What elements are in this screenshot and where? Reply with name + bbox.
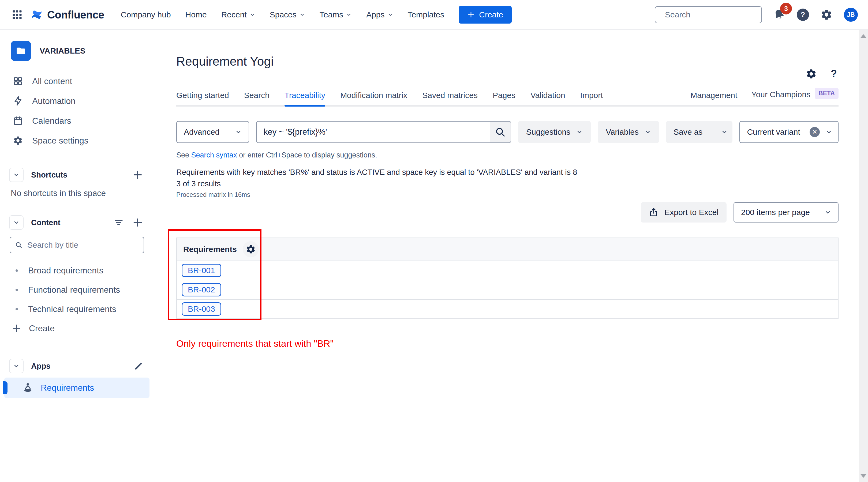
create-button[interactable]: Create [459, 6, 512, 24]
sidebar-item-all-content[interactable]: All content [0, 71, 154, 91]
global-search-input[interactable] [665, 10, 768, 19]
chevron-down-icon [576, 129, 583, 135]
content-collapse-toggle[interactable] [9, 215, 24, 230]
clear-variant-icon[interactable]: ✕ [810, 127, 820, 137]
main-content: Requirement Yogi ? Getting started Searc… [154, 30, 868, 482]
tab-bar: Getting started Search Traceability Modi… [176, 89, 839, 106]
tab-traceability[interactable]: Traceability [284, 91, 325, 105]
tab-validation[interactable]: Validation [530, 91, 565, 105]
chevron-down-icon [235, 129, 242, 135]
scroll-up-arrow-icon[interactable] [861, 34, 866, 38]
sidebar-create-page[interactable]: Create [0, 319, 154, 338]
nav-company-hub[interactable]: Company hub [121, 10, 171, 19]
bullet-icon [16, 269, 18, 272]
sidebar-item-requirements[interactable]: Requirements [4, 378, 150, 398]
sidebar-item-space-settings[interactable]: Space settings [0, 131, 154, 151]
query-input[interactable] [257, 122, 490, 142]
top-navigation-bar: Confluence Company hub Home Recent Space… [0, 0, 868, 30]
vertical-scrollbar[interactable] [859, 30, 868, 482]
requirements-column-header: Requirements [183, 245, 237, 254]
tab-saved-matrices[interactable]: Saved matrices [422, 91, 478, 105]
active-indicator [3, 381, 7, 394]
app-switcher-icon[interactable] [10, 8, 24, 22]
tab-import[interactable]: Import [580, 91, 603, 105]
chevron-down-icon [249, 12, 255, 18]
nav-apps[interactable]: Apps [366, 10, 393, 19]
nav-recent[interactable]: Recent [221, 10, 255, 19]
table-row: BR-001 [177, 261, 838, 280]
requirement-link-br-001[interactable]: BR-001 [182, 264, 221, 277]
grid-icon [13, 76, 23, 86]
page-item-technical-requirements[interactable]: Technical requirements [0, 299, 154, 319]
nav-templates[interactable]: Templates [408, 10, 444, 19]
chevron-down-icon [826, 129, 832, 135]
edit-pencil-icon[interactable] [134, 361, 143, 371]
query-summary: Requirements with key matches 'BR%' and … [176, 168, 839, 177]
requirement-link-br-002[interactable]: BR-002 [182, 283, 221, 296]
content-search-input[interactable] [27, 240, 139, 250]
plus-icon [12, 323, 22, 333]
tab-search[interactable]: Search [244, 91, 270, 105]
nav-teams[interactable]: Teams [320, 10, 352, 19]
tab-management[interactable]: Management [690, 91, 737, 105]
tab-your-champions[interactable]: Your Champions BETA [751, 89, 839, 105]
shortcuts-section-header: Shortcuts [0, 168, 154, 182]
save-as-menu-toggle[interactable] [716, 121, 733, 143]
app-settings-gear-icon[interactable] [806, 68, 817, 79]
tab-pages[interactable]: Pages [493, 91, 516, 105]
add-content-icon[interactable] [132, 217, 143, 228]
variant-select[interactable]: Current variant ✕ [739, 121, 839, 143]
settings-gear-icon[interactable] [820, 8, 833, 21]
space-name: VARIABLES [40, 46, 86, 56]
sidebar-item-calendars[interactable]: Calendars [0, 111, 154, 131]
run-search-button[interactable] [490, 122, 510, 142]
tab-modification-matrix[interactable]: Modification matrix [340, 91, 407, 105]
confluence-logo[interactable]: Confluence [30, 8, 104, 22]
nav-spaces[interactable]: Spaces [270, 10, 305, 19]
filter-icon[interactable] [114, 218, 124, 228]
search-syntax-link[interactable]: Search syntax [191, 151, 237, 159]
add-shortcut-icon[interactable] [132, 169, 143, 180]
sidebar-item-automation[interactable]: Automation [0, 91, 154, 111]
search-icon [495, 127, 505, 137]
apps-collapse-toggle[interactable] [9, 359, 24, 373]
chevron-down-icon [388, 12, 393, 18]
shortcuts-collapse-toggle[interactable] [9, 168, 24, 182]
product-name: Confluence [47, 9, 104, 21]
save-as-split-button: Save as [666, 121, 733, 143]
tab-getting-started[interactable]: Getting started [176, 91, 229, 105]
save-as-button[interactable]: Save as [666, 121, 710, 143]
shortcuts-label: Shortcuts [31, 170, 67, 180]
question-icon: ? [801, 11, 805, 19]
export-to-excel-button[interactable]: Export to Excel [641, 202, 726, 223]
variables-button[interactable]: Variables [598, 121, 659, 143]
nav-home[interactable]: Home [185, 10, 207, 19]
avatar[interactable]: JB [844, 8, 858, 22]
confluence-logo-icon [30, 8, 43, 22]
page-size-select[interactable]: 200 items per page [734, 202, 839, 223]
global-search[interactable] [655, 6, 762, 23]
chevron-down-icon [825, 209, 831, 216]
scroll-down-arrow-icon[interactable] [861, 474, 866, 478]
content-search[interactable] [10, 237, 144, 253]
space-header[interactable]: VARIABLES [0, 41, 154, 61]
notifications-button[interactable]: 3 [773, 8, 785, 21]
page-item-functional-requirements[interactable]: Functional requirements [0, 280, 154, 299]
results-count: 3 of 3 results [176, 180, 839, 188]
search-mode-select[interactable]: Advanced [176, 121, 249, 143]
column-settings-button[interactable] [243, 241, 259, 257]
help-button[interactable]: ? [797, 8, 809, 21]
shortcuts-empty-note: No shortcuts in this space [0, 189, 154, 198]
app-help-icon[interactable]: ? [831, 68, 837, 79]
chevron-down-icon [13, 219, 20, 226]
requirement-link-br-003[interactable]: BR-003 [182, 302, 221, 316]
page-item-broad-requirements[interactable]: Broad requirements [0, 261, 154, 280]
chevron-down-icon [13, 172, 20, 178]
suggestions-button[interactable]: Suggestions [518, 121, 591, 143]
query-input-group [256, 121, 511, 143]
folder-icon [15, 45, 27, 57]
content-label: Content [31, 218, 61, 227]
page-tree: Broad requirements Functional requiremen… [0, 261, 154, 319]
apps-label: Apps [31, 362, 51, 371]
search-icon [15, 241, 23, 249]
